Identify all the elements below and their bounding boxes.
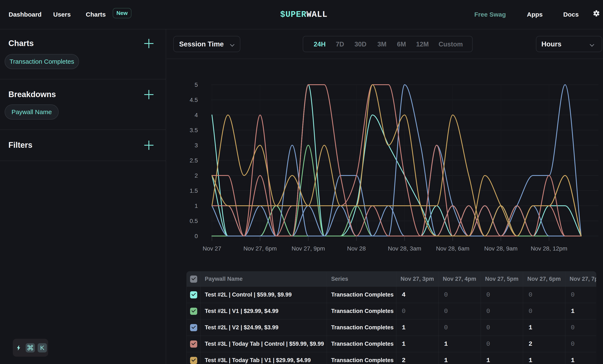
svg-text:0: 0 (195, 233, 198, 239)
svg-text:5: 5 (195, 81, 198, 88)
svg-text:3.5: 3.5 (190, 127, 198, 134)
svg-text:1: 1 (195, 203, 198, 209)
svg-text:Nov 28: Nov 28 (347, 245, 366, 252)
svg-text:Nov 27: Nov 27 (203, 245, 221, 252)
svg-text:0.5: 0.5 (190, 218, 198, 224)
svg-text:1.5: 1.5 (190, 187, 198, 194)
svg-text:Nov 28, 9am: Nov 28, 9am (484, 245, 518, 252)
svg-text:Nov 28, 6am: Nov 28, 6am (436, 245, 469, 252)
svg-text:Nov 27, 6pm: Nov 27, 6pm (244, 245, 277, 252)
svg-text:Nov 28, 3am: Nov 28, 3am (388, 245, 421, 252)
svg-text:2: 2 (195, 172, 198, 179)
svg-text:4: 4 (195, 112, 198, 118)
svg-text:Nov 27, 9pm: Nov 27, 9pm (292, 245, 325, 252)
svg-text:Nov 28, 12pm: Nov 28, 12pm (531, 245, 567, 252)
svg-text:4.5: 4.5 (190, 97, 198, 103)
svg-text:2.5: 2.5 (190, 157, 198, 164)
svg-text:3: 3 (195, 142, 198, 148)
